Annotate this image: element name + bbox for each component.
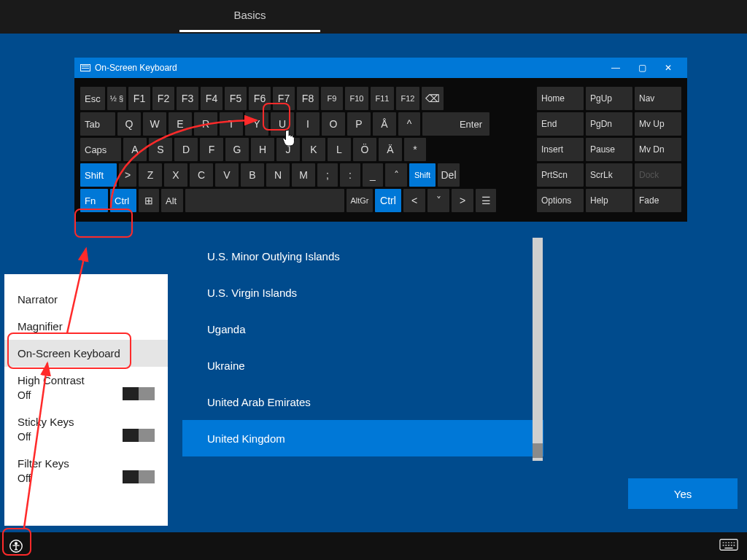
ease-item-filter-keys[interactable]: Filter Keys Off (18, 450, 155, 491)
country-item[interactable]: United Kingdom (182, 420, 543, 456)
key-shift[interactable]: Shift (409, 163, 436, 187)
key-fade[interactable]: Fade (635, 189, 681, 212)
key-[interactable]: ☰ (476, 189, 496, 212)
key-home[interactable]: Home (537, 87, 584, 110)
key-shift[interactable]: Shift (80, 163, 117, 187)
ease-item-sticky-keys[interactable]: Sticky Keys Off (18, 408, 155, 450)
key-pgdn[interactable]: PgDn (586, 112, 632, 136)
minimize-button[interactable]: — (603, 58, 629, 78)
key-ctrl[interactable]: Ctrl (375, 189, 401, 212)
key-s[interactable]: S (149, 138, 172, 161)
key-o[interactable]: O (322, 112, 345, 136)
key-mvdn[interactable]: Mv Dn (635, 138, 681, 161)
key-end[interactable]: End (537, 112, 584, 136)
key-f10[interactable]: F10 (345, 87, 368, 110)
key-f1[interactable]: F1 (128, 87, 150, 110)
key-r[interactable]: R (194, 112, 217, 136)
key-f6[interactable]: F6 (249, 87, 271, 110)
key-[interactable]: ^ (398, 112, 420, 136)
key-d[interactable]: D (174, 138, 198, 161)
key-e[interactable]: E (169, 112, 192, 136)
key-alt[interactable]: Alt (161, 189, 183, 212)
ease-item-magnifier[interactable]: Magnifier (18, 313, 155, 340)
keyboard-taskbar-icon[interactable] (719, 538, 740, 554)
key-nav[interactable]: Nav (635, 87, 681, 110)
key-f3[interactable]: F3 (177, 87, 198, 110)
key-f5[interactable]: F5 (225, 87, 247, 110)
ease-of-access-button[interactable] (6, 537, 26, 556)
maximize-button[interactable]: ▢ (629, 58, 655, 78)
key-f2[interactable]: F2 (152, 87, 174, 110)
key-j[interactable]: J (276, 138, 300, 161)
ease-item-osk[interactable]: On-Screen Keyboard (4, 340, 168, 367)
key-t[interactable]: T (220, 112, 243, 136)
key-v[interactable]: V (215, 163, 239, 187)
key-n[interactable]: N (266, 163, 290, 187)
scrollbar-track[interactable] (533, 238, 543, 461)
key-p[interactable]: P (347, 112, 371, 136)
key-f8[interactable]: F8 (297, 87, 319, 110)
key-insert[interactable]: Insert (537, 138, 584, 161)
key-f9[interactable]: F9 (321, 87, 343, 110)
key-[interactable]: < (403, 189, 425, 212)
key-[interactable]: ; (317, 163, 338, 187)
key-esc[interactable]: Esc (80, 87, 105, 110)
key-a[interactable]: A (123, 138, 147, 161)
key-prtscn[interactable]: PrtScn (537, 163, 584, 187)
key-c[interactable]: C (190, 163, 213, 187)
key-q[interactable]: Q (117, 112, 141, 136)
key-help[interactable]: Help (586, 189, 632, 212)
key-f7[interactable]: F7 (273, 87, 295, 110)
key-b[interactable]: B (241, 163, 264, 187)
key-h[interactable]: H (251, 138, 274, 161)
key-[interactable]: Ö (353, 138, 376, 161)
key-scrlk[interactable]: ScrLk (586, 163, 632, 187)
key-tab[interactable]: Tab (80, 112, 115, 136)
country-item[interactable]: U.S. Virgin Islands (182, 274, 543, 311)
toggle-filter-keys[interactable] (123, 470, 155, 483)
key-[interactable]: ⌫ (422, 87, 444, 110)
key-[interactable]: : (340, 163, 360, 187)
key-[interactable]: _ (363, 163, 383, 187)
key-k[interactable]: K (302, 138, 325, 161)
key-[interactable]: * (404, 138, 426, 161)
close-button[interactable]: ✕ (655, 58, 681, 78)
key-caps[interactable]: Caps (80, 138, 121, 161)
key-pgup[interactable]: PgUp (586, 87, 632, 110)
key-u[interactable]: U (271, 112, 294, 136)
key-space[interactable] (185, 189, 344, 212)
key-enter[interactable]: Enter (422, 112, 489, 136)
key-[interactable]: Ä (379, 138, 402, 161)
key-w[interactable]: W (143, 112, 166, 136)
key-f4[interactable]: F4 (201, 87, 222, 110)
key-[interactable]: > (119, 163, 136, 187)
key-ctrl[interactable]: Ctrl (110, 189, 136, 212)
key-z[interactable]: Z (139, 163, 162, 187)
key-y[interactable]: Y (245, 112, 268, 136)
key-i[interactable]: I (296, 112, 320, 136)
key-f[interactable]: F (200, 138, 223, 161)
key-options[interactable]: Options (537, 189, 584, 212)
ease-item-narrator[interactable]: Narrator (18, 286, 155, 313)
key-[interactable]: ˄ (385, 163, 407, 187)
key-del[interactable]: Del (438, 163, 460, 187)
country-item[interactable]: Uganda (182, 311, 543, 347)
key-l[interactable]: L (328, 138, 351, 161)
key-g[interactable]: G (225, 138, 249, 161)
ease-item-high-contrast[interactable]: High Contrast Off (18, 367, 155, 408)
country-item[interactable]: United Arab Emirates (182, 384, 543, 420)
key-[interactable]: ˅ (427, 189, 449, 212)
key-dock[interactable]: Dock (635, 163, 681, 187)
key-altgr[interactable]: AltGr (347, 189, 373, 212)
osk-titlebar[interactable]: On-Screen Keyboard — ▢ ✕ (74, 58, 687, 78)
yes-button[interactable]: Yes (628, 478, 738, 509)
key-f12[interactable]: F12 (396, 87, 419, 110)
key-x[interactable]: X (164, 163, 187, 187)
country-item[interactable]: Ukraine (182, 347, 543, 384)
country-list[interactable]: U.S. Minor Outlying IslandsU.S. Virgin I… (182, 238, 543, 461)
key-[interactable]: ⊞ (139, 189, 159, 212)
toggle-high-contrast[interactable] (123, 387, 155, 400)
tab-basics[interactable]: Basics (179, 0, 320, 32)
key-pause[interactable]: Pause (586, 138, 632, 161)
key-fn[interactable]: Fn (80, 189, 108, 212)
